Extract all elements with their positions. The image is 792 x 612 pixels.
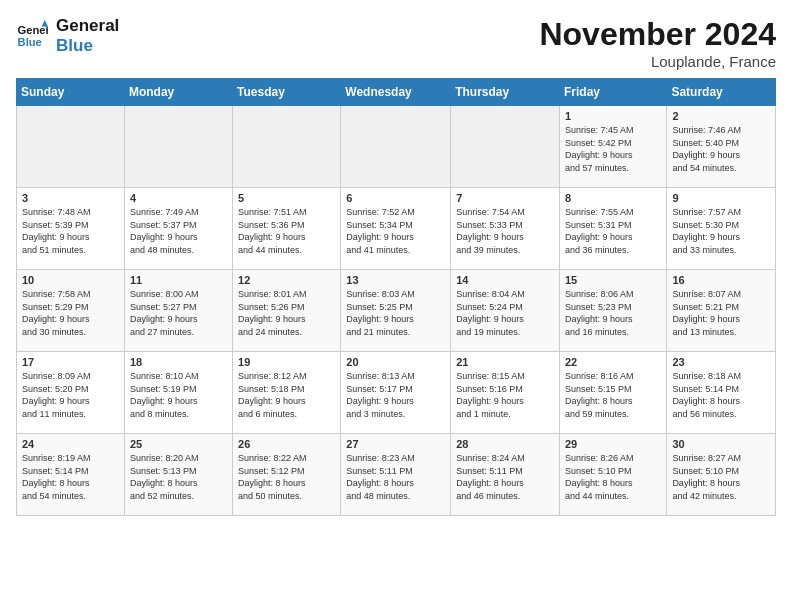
calendar-cell: 9Sunrise: 7:57 AM Sunset: 5:30 PM Daylig… — [667, 188, 776, 270]
day-info: Sunrise: 8:03 AM Sunset: 5:25 PM Dayligh… — [346, 288, 445, 338]
calendar-cell — [233, 106, 341, 188]
day-info: Sunrise: 8:24 AM Sunset: 5:11 PM Dayligh… — [456, 452, 554, 502]
logo-line2: Blue — [56, 36, 119, 56]
day-number: 30 — [672, 438, 770, 450]
calendar-week-1: 1Sunrise: 7:45 AM Sunset: 5:42 PM Daylig… — [17, 106, 776, 188]
day-number: 17 — [22, 356, 119, 368]
day-number: 15 — [565, 274, 661, 286]
calendar-week-2: 3Sunrise: 7:48 AM Sunset: 5:39 PM Daylig… — [17, 188, 776, 270]
calendar-cell — [341, 106, 451, 188]
day-info: Sunrise: 7:51 AM Sunset: 5:36 PM Dayligh… — [238, 206, 335, 256]
calendar-header-row: SundayMondayTuesdayWednesdayThursdayFrid… — [17, 79, 776, 106]
calendar: SundayMondayTuesdayWednesdayThursdayFrid… — [16, 78, 776, 516]
calendar-cell: 21Sunrise: 8:15 AM Sunset: 5:16 PM Dayli… — [451, 352, 560, 434]
calendar-cell: 3Sunrise: 7:48 AM Sunset: 5:39 PM Daylig… — [17, 188, 125, 270]
day-info: Sunrise: 8:26 AM Sunset: 5:10 PM Dayligh… — [565, 452, 661, 502]
day-info: Sunrise: 8:15 AM Sunset: 5:16 PM Dayligh… — [456, 370, 554, 420]
day-number: 27 — [346, 438, 445, 450]
day-number: 24 — [22, 438, 119, 450]
calendar-cell: 17Sunrise: 8:09 AM Sunset: 5:20 PM Dayli… — [17, 352, 125, 434]
day-info: Sunrise: 7:48 AM Sunset: 5:39 PM Dayligh… — [22, 206, 119, 256]
calendar-cell: 4Sunrise: 7:49 AM Sunset: 5:37 PM Daylig… — [124, 188, 232, 270]
calendar-cell: 7Sunrise: 7:54 AM Sunset: 5:33 PM Daylig… — [451, 188, 560, 270]
calendar-cell: 25Sunrise: 8:20 AM Sunset: 5:13 PM Dayli… — [124, 434, 232, 516]
day-info: Sunrise: 7:54 AM Sunset: 5:33 PM Dayligh… — [456, 206, 554, 256]
day-number: 13 — [346, 274, 445, 286]
calendar-cell: 16Sunrise: 8:07 AM Sunset: 5:21 PM Dayli… — [667, 270, 776, 352]
logo-line1: General — [56, 16, 119, 36]
day-number: 5 — [238, 192, 335, 204]
calendar-cell: 19Sunrise: 8:12 AM Sunset: 5:18 PM Dayli… — [233, 352, 341, 434]
day-number: 28 — [456, 438, 554, 450]
location: Louplande, France — [539, 53, 776, 70]
day-number: 3 — [22, 192, 119, 204]
calendar-cell — [124, 106, 232, 188]
calendar-header-saturday: Saturday — [667, 79, 776, 106]
day-info: Sunrise: 7:52 AM Sunset: 5:34 PM Dayligh… — [346, 206, 445, 256]
day-info: Sunrise: 8:09 AM Sunset: 5:20 PM Dayligh… — [22, 370, 119, 420]
calendar-cell: 20Sunrise: 8:13 AM Sunset: 5:17 PM Dayli… — [341, 352, 451, 434]
calendar-cell: 8Sunrise: 7:55 AM Sunset: 5:31 PM Daylig… — [559, 188, 666, 270]
day-number: 21 — [456, 356, 554, 368]
calendar-header-thursday: Thursday — [451, 79, 560, 106]
day-number: 26 — [238, 438, 335, 450]
calendar-cell: 5Sunrise: 7:51 AM Sunset: 5:36 PM Daylig… — [233, 188, 341, 270]
day-number: 20 — [346, 356, 445, 368]
calendar-cell: 27Sunrise: 8:23 AM Sunset: 5:11 PM Dayli… — [341, 434, 451, 516]
calendar-header-friday: Friday — [559, 79, 666, 106]
day-number: 22 — [565, 356, 661, 368]
day-number: 14 — [456, 274, 554, 286]
day-number: 8 — [565, 192, 661, 204]
day-number: 18 — [130, 356, 227, 368]
day-info: Sunrise: 8:12 AM Sunset: 5:18 PM Dayligh… — [238, 370, 335, 420]
day-number: 10 — [22, 274, 119, 286]
day-info: Sunrise: 8:06 AM Sunset: 5:23 PM Dayligh… — [565, 288, 661, 338]
calendar-cell: 28Sunrise: 8:24 AM Sunset: 5:11 PM Dayli… — [451, 434, 560, 516]
calendar-cell: 29Sunrise: 8:26 AM Sunset: 5:10 PM Dayli… — [559, 434, 666, 516]
day-number: 25 — [130, 438, 227, 450]
day-info: Sunrise: 8:19 AM Sunset: 5:14 PM Dayligh… — [22, 452, 119, 502]
day-info: Sunrise: 8:23 AM Sunset: 5:11 PM Dayligh… — [346, 452, 445, 502]
day-number: 29 — [565, 438, 661, 450]
calendar-cell: 1Sunrise: 7:45 AM Sunset: 5:42 PM Daylig… — [559, 106, 666, 188]
calendar-cell: 10Sunrise: 7:58 AM Sunset: 5:29 PM Dayli… — [17, 270, 125, 352]
day-number: 1 — [565, 110, 661, 122]
calendar-header-monday: Monday — [124, 79, 232, 106]
day-number: 11 — [130, 274, 227, 286]
day-info: Sunrise: 8:10 AM Sunset: 5:19 PM Dayligh… — [130, 370, 227, 420]
calendar-cell: 18Sunrise: 8:10 AM Sunset: 5:19 PM Dayli… — [124, 352, 232, 434]
logo-icon: General Blue — [16, 20, 48, 52]
day-info: Sunrise: 7:57 AM Sunset: 5:30 PM Dayligh… — [672, 206, 770, 256]
day-info: Sunrise: 7:55 AM Sunset: 5:31 PM Dayligh… — [565, 206, 661, 256]
calendar-cell: 24Sunrise: 8:19 AM Sunset: 5:14 PM Dayli… — [17, 434, 125, 516]
day-number: 9 — [672, 192, 770, 204]
day-info: Sunrise: 8:04 AM Sunset: 5:24 PM Dayligh… — [456, 288, 554, 338]
day-info: Sunrise: 8:07 AM Sunset: 5:21 PM Dayligh… — [672, 288, 770, 338]
day-info: Sunrise: 8:18 AM Sunset: 5:14 PM Dayligh… — [672, 370, 770, 420]
calendar-cell: 26Sunrise: 8:22 AM Sunset: 5:12 PM Dayli… — [233, 434, 341, 516]
day-number: 16 — [672, 274, 770, 286]
logo: General Blue General Blue — [16, 16, 119, 57]
calendar-cell: 2Sunrise: 7:46 AM Sunset: 5:40 PM Daylig… — [667, 106, 776, 188]
day-number: 2 — [672, 110, 770, 122]
calendar-cell: 23Sunrise: 8:18 AM Sunset: 5:14 PM Dayli… — [667, 352, 776, 434]
day-number: 19 — [238, 356, 335, 368]
day-number: 4 — [130, 192, 227, 204]
calendar-week-5: 24Sunrise: 8:19 AM Sunset: 5:14 PM Dayli… — [17, 434, 776, 516]
day-info: Sunrise: 8:00 AM Sunset: 5:27 PM Dayligh… — [130, 288, 227, 338]
page-container: General Blue General Blue November 2024 … — [0, 0, 792, 524]
calendar-cell: 15Sunrise: 8:06 AM Sunset: 5:23 PM Dayli… — [559, 270, 666, 352]
day-info: Sunrise: 7:46 AM Sunset: 5:40 PM Dayligh… — [672, 124, 770, 174]
day-number: 12 — [238, 274, 335, 286]
day-info: Sunrise: 7:49 AM Sunset: 5:37 PM Dayligh… — [130, 206, 227, 256]
calendar-cell: 11Sunrise: 8:00 AM Sunset: 5:27 PM Dayli… — [124, 270, 232, 352]
calendar-header-sunday: Sunday — [17, 79, 125, 106]
day-info: Sunrise: 7:45 AM Sunset: 5:42 PM Dayligh… — [565, 124, 661, 174]
calendar-cell: 30Sunrise: 8:27 AM Sunset: 5:10 PM Dayli… — [667, 434, 776, 516]
calendar-cell: 22Sunrise: 8:16 AM Sunset: 5:15 PM Dayli… — [559, 352, 666, 434]
day-info: Sunrise: 8:27 AM Sunset: 5:10 PM Dayligh… — [672, 452, 770, 502]
day-info: Sunrise: 7:58 AM Sunset: 5:29 PM Dayligh… — [22, 288, 119, 338]
day-number: 6 — [346, 192, 445, 204]
calendar-week-3: 10Sunrise: 7:58 AM Sunset: 5:29 PM Dayli… — [17, 270, 776, 352]
day-number: 23 — [672, 356, 770, 368]
